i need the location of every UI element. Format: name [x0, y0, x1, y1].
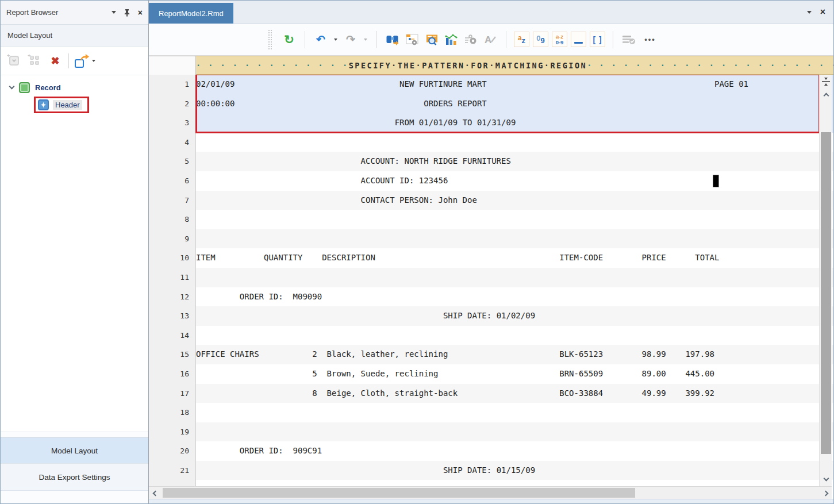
line-text[interactable]: [196, 326, 833, 345]
export-button[interactable]: [75, 54, 95, 68]
report-line[interactable]: 6ACCOUNT ID: 123456: [149, 171, 833, 191]
horizontal-scrollbar[interactable]: [149, 486, 832, 499]
line-text[interactable]: 5Brown, Suede, recliningBRN-6550989.0044…: [196, 364, 833, 384]
tab-reportmodel2[interactable]: ReportModel2.Rmd: [149, 3, 233, 24]
delete-button[interactable]: ✖: [48, 53, 63, 68]
line-segment: QUANTITY: [264, 248, 302, 268]
line-text[interactable]: CONTACT PERSON: John Doe: [196, 191, 833, 210]
scroll-down-button[interactable]: [820, 472, 832, 486]
report-line[interactable]: 7CONTACT PERSON: John Doe: [149, 191, 833, 210]
report-line[interactable]: 3FROM 01/01/09 TO 01/31/09: [149, 113, 833, 133]
font-edit-icon: A: [483, 33, 497, 47]
report-line[interactable]: 19: [149, 422, 833, 442]
report-line[interactable]: 18: [149, 403, 833, 422]
add-fields-button[interactable]: +: [27, 53, 42, 68]
tab-model-layout[interactable]: Model Layout: [1, 437, 148, 463]
report-line[interactable]: 102/01/09NEW FURTINURE MARTPAGE 01: [149, 75, 833, 94]
report-line[interactable]: 21SHIP DATE: 01/15/09: [149, 461, 833, 480]
horizontal-scroll-thumb[interactable]: [163, 488, 635, 498]
line-text[interactable]: ACCOUNT ID: 123456: [196, 171, 833, 191]
report-line[interactable]: 12ORDER ID: M09090: [149, 287, 833, 307]
more-options-button[interactable]: •••: [640, 32, 660, 48]
report-line[interactable]: 5ACCOUNT: NORTH RIDGE FURNITURES: [149, 152, 833, 171]
redo-button[interactable]: ↷: [343, 32, 359, 48]
scroll-left-button[interactable]: [149, 487, 162, 499]
line-segment: SHIP DATE: 01/15/09: [443, 461, 535, 480]
line-text[interactable]: [196, 133, 833, 152]
report-line[interactable]: 9: [149, 229, 833, 249]
tab-data-export-settings[interactable]: Data Export Settings: [1, 463, 148, 490]
pattern-09: 0-9: [556, 40, 564, 45]
report-line[interactable]: 10ITEMQUANTITYDESCRIPTIONITEM-CODEPRICET…: [149, 248, 833, 268]
apply-template-button[interactable]: [621, 32, 637, 48]
report-document[interactable]: 102/01/09NEW FURTINURE MARTPAGE 01200:00…: [149, 75, 833, 486]
refresh-icon: ↻: [284, 33, 294, 47]
pattern-space-button[interactable]: [571, 32, 586, 47]
tab-close-icon[interactable]: ×: [820, 7, 825, 17]
line-text[interactable]: [196, 422, 833, 442]
line-text[interactable]: SHIP DATE: 01/02/09: [196, 306, 833, 326]
chevron-down-icon[interactable]: [9, 83, 15, 89]
line-text[interactable]: FROM 01/01/09 TO 01/31/09: [196, 113, 833, 133]
pattern-ruler[interactable]: · · · · · · · · · · · · · SPECIFY·THE·PA…: [196, 56, 833, 75]
split-view-handle[interactable]: [820, 75, 832, 89]
pattern-alphanumeric-button[interactable]: a-z 0-9: [552, 32, 567, 47]
add-record-button[interactable]: +: [6, 53, 21, 68]
report-line[interactable]: 15OFFICE CHAIRS2Black, leather, reclinin…: [149, 345, 833, 364]
panel-menu-caret-icon[interactable]: [112, 11, 116, 14]
line-number: 9: [149, 229, 196, 249]
line-text[interactable]: 02/01/09NEW FURTINURE MARTPAGE 01: [196, 75, 833, 94]
run-process-button[interactable]: [463, 32, 479, 48]
scroll-right-button[interactable]: [819, 487, 832, 499]
toolbar-grip-icon[interactable]: [268, 30, 272, 49]
line-number: 5: [149, 152, 196, 171]
pattern-letters-button[interactable]: az: [514, 32, 529, 47]
pin-icon[interactable]: [124, 9, 130, 17]
pattern-0: 0: [536, 34, 540, 43]
line-number: 7: [149, 191, 196, 210]
tab-list-caret-icon[interactable]: [807, 11, 812, 14]
find-button[interactable]: [385, 32, 401, 48]
line-text[interactable]: SHIP DATE: 01/15/09: [196, 461, 833, 480]
report-line[interactable]: 4: [149, 133, 833, 152]
report-line[interactable]: 165Brown, Suede, recliningBRN-6550989.00…: [149, 364, 833, 384]
report-line[interactable]: 13SHIP DATE: 01/02/09: [149, 306, 833, 326]
font-style-button[interactable]: A: [482, 32, 498, 48]
undo-button[interactable]: ↶: [313, 32, 329, 48]
line-text[interactable]: ORDER ID: 909C91: [196, 441, 833, 461]
line-text[interactable]: ORDER ID: M09090: [196, 287, 833, 307]
report-line[interactable]: 14: [149, 326, 833, 345]
scroll-up-button[interactable]: [820, 89, 832, 102]
pattern-brackets-button[interactable]: [ ]: [590, 32, 605, 47]
vertical-scrollbar[interactable]: [819, 75, 832, 486]
line-text[interactable]: OFFICE CHAIRS2Black, leather, recliningB…: [196, 345, 833, 364]
preview-report-button[interactable]: [424, 32, 440, 48]
horizontal-scroll-track[interactable]: [162, 487, 819, 499]
line-text[interactable]: [196, 403, 833, 422]
statistics-button[interactable]: [443, 32, 459, 48]
process-designer-button[interactable]: [404, 32, 420, 48]
report-line[interactable]: 11: [149, 268, 833, 287]
report-line[interactable]: 178Beige, Cloth, straight-backBCO-338844…: [149, 384, 833, 403]
report-line[interactable]: 22: [149, 480, 833, 486]
line-text[interactable]: ITEMQUANTITYDESCRIPTIONITEM-CODEPRICETOT…: [196, 248, 833, 268]
pattern-numbers-button[interactable]: 09: [533, 32, 548, 47]
report-line[interactable]: 8: [149, 210, 833, 229]
panel-close-icon[interactable]: ×: [138, 9, 143, 17]
tree-item-record[interactable]: Record: [1, 79, 148, 96]
tree-item-header[interactable]: Header: [1, 96, 148, 113]
line-text[interactable]: [196, 268, 833, 287]
line-text[interactable]: 8Beige, Cloth, straight-backBCO-3388449.…: [196, 384, 833, 403]
undo-history-button[interactable]: [332, 32, 339, 48]
ruler-dots-left: · · · · · · · · · · · · ·: [196, 61, 349, 70]
report-line[interactable]: 200:00:00ORDERS REPORT: [149, 94, 833, 114]
line-text[interactable]: [196, 480, 833, 486]
refresh-button[interactable]: ↻: [281, 32, 297, 48]
redo-history-button[interactable]: [362, 32, 369, 48]
vertical-scroll-thumb[interactable]: [821, 132, 831, 454]
report-line[interactable]: 20ORDER ID: 909C91: [149, 441, 833, 461]
line-text[interactable]: [196, 229, 833, 249]
line-text[interactable]: ACCOUNT: NORTH RIDGE FURNITURES: [196, 152, 833, 171]
line-text[interactable]: 00:00:00ORDERS REPORT: [196, 94, 833, 114]
line-text[interactable]: [196, 210, 833, 229]
